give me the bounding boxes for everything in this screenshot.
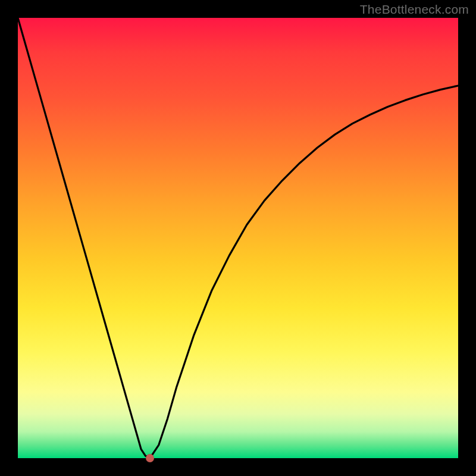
- plot-area: [18, 18, 458, 458]
- chart-stage: TheBottleneck.com: [0, 0, 476, 476]
- curve-line: [18, 18, 458, 458]
- watermark-text: TheBottleneck.com: [360, 2, 469, 17]
- optimal-point-marker: [146, 454, 154, 462]
- bottleneck-curve: [18, 18, 458, 458]
